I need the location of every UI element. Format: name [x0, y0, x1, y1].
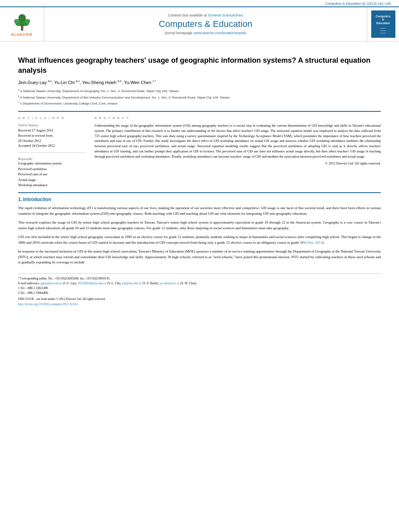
affil-b: b b National Taiwan University, Departme… — [18, 94, 381, 100]
keywords-label: Keywords: — [18, 157, 86, 161]
section-title: Introduction — [23, 197, 51, 202]
note2: 2 Tel.: +886 2 33664409. — [18, 291, 381, 296]
intro-para-1: The rapid evolution of information techn… — [18, 205, 381, 217]
abstract-text: Understanding the usage of the geographi… — [95, 123, 381, 159]
intro-para-4: In response to the increased inclusion o… — [18, 249, 381, 266]
journal-title: Computers & Education — [159, 19, 252, 29]
email-line: E-mail addresses: jglay@ntu.edu.tw (J.-G… — [18, 281, 381, 286]
journal-title-area: Contents lists available at SciVerse Sci… — [44, 7, 367, 41]
journal-cover-area: Computers&Education ▪▪▪▪▪▪▪▪▪▪▪▪▪▪▪▪▪▪▪▪… — [367, 7, 399, 41]
journal-cover-image: Computers&Education ▪▪▪▪▪▪▪▪▪▪▪▪▪▪▪▪▪▪▪▪… — [371, 10, 395, 38]
main-content: What influences geography teachers' usag… — [0, 41, 399, 314]
intro-para-3: GIS was first included in the senior hig… — [18, 234, 381, 246]
sciverse-line: Contents lists available at SciVerse Sci… — [168, 13, 243, 17]
received-date: Received 27 August 2012 — [18, 128, 86, 133]
corresponding-note: * Corresponding author. Tel.: +353 (0)21… — [18, 276, 381, 281]
note1: 1 Tel.: +886 2 23621499. — [18, 286, 381, 291]
doi-line: http://dx.doi.org/10.1016/j.compedu.2012… — [18, 302, 381, 306]
chen-citation[interactable]: Chen, 2012 — [306, 240, 323, 244]
keyword-1: Geographic information system — [18, 161, 86, 166]
homepage-line: journal homepage: www.elsevier.com/locat… — [165, 31, 247, 35]
affil-c: c c Department of Government, University… — [18, 101, 381, 106]
elsevier-logo: ELSEVIER — [10, 12, 34, 37]
divider-bottom — [18, 192, 381, 193]
elsevier-logo-area: ELSEVIER — [0, 7, 44, 41]
article-info-heading: A R T I C L E I N F O — [18, 116, 86, 120]
article-info-column: A R T I C L E I N F O Article history: R… — [18, 116, 86, 188]
accepted-date: Accepted 24 October 2012 — [18, 143, 86, 148]
email-chi[interactable]: r95228014@ntu.edu.tw — [78, 281, 106, 285]
copyright-line: © 2012 Elsevier Ltd. All rights reserved… — [95, 161, 381, 165]
introduction-header: 1. Introduction — [18, 197, 381, 202]
abstract-column: A B S T R A C T Understanding the usage … — [95, 116, 381, 188]
elsevier-name: ELSEVIER — [11, 33, 33, 37]
homepage-url[interactable]: www.elsevier.com/locate/compedu — [194, 31, 246, 35]
keyword-2: Perceived usefulness — [18, 166, 86, 172]
keyword-4: Actual usage — [18, 177, 86, 183]
section-number: 1. — [18, 197, 22, 202]
email-lay[interactable]: jglay@ntu.edu.tw — [41, 281, 62, 285]
article-history-group: Article history: Received 27 August 2012… — [18, 123, 86, 148]
received-revised-label: Received in revised form — [18, 133, 86, 138]
intro-para-2: This research explores the usage of GIS … — [18, 220, 381, 231]
divider-top — [18, 111, 381, 112]
abstract-heading: A B S T R A C T — [95, 116, 381, 120]
article-info-abstract: A R T I C L E I N F O Article history: R… — [18, 116, 381, 188]
svg-point-6 — [18, 14, 25, 21]
email-chen[interactable]: yw.chen@ucc.ie — [160, 281, 179, 285]
info-divider — [18, 152, 86, 153]
footnotes-section: * Corresponding author. Tel.: +353 (0)21… — [18, 273, 381, 306]
affil-a: a a National Taiwan University, Departme… — [18, 88, 381, 94]
sciverse-link[interactable]: SciVerse ScienceDirect — [208, 13, 243, 17]
journal-banner: ELSEVIER Contents lists available at Sci… — [0, 6, 399, 41]
svg-point-5 — [25, 19, 30, 23]
revised-date: 20 October 2012 — [18, 138, 86, 144]
issn-line: 0360-1315/$ – see front matter © 2012 El… — [18, 297, 381, 301]
keyword-3: Perceived ease of use — [18, 172, 86, 177]
authors-line: Jinn-Guey Lay a,1, Yu-Lin Chi a,1, Yeu-S… — [18, 80, 381, 85]
affiliations: a a National Taiwan University, Departme… — [18, 88, 381, 106]
svg-point-7 — [21, 26, 23, 28]
journal-citation: Computers & Education 62 (2013) 191–195 — [0, 0, 399, 6]
article-title: What influences geography teachers' usag… — [18, 55, 381, 76]
keyword-5: Workshop attendance — [18, 183, 86, 188]
doi-link[interactable]: http://dx.doi.org/10.1016/j.compedu.2012… — [18, 302, 78, 306]
keywords-section: Keywords: Geographic information system … — [18, 157, 86, 188]
svg-point-4 — [14, 19, 19, 23]
history-label: Article history: — [18, 123, 86, 127]
email-hsieh[interactable]: ysh@ntu.edu.tw — [122, 281, 142, 285]
